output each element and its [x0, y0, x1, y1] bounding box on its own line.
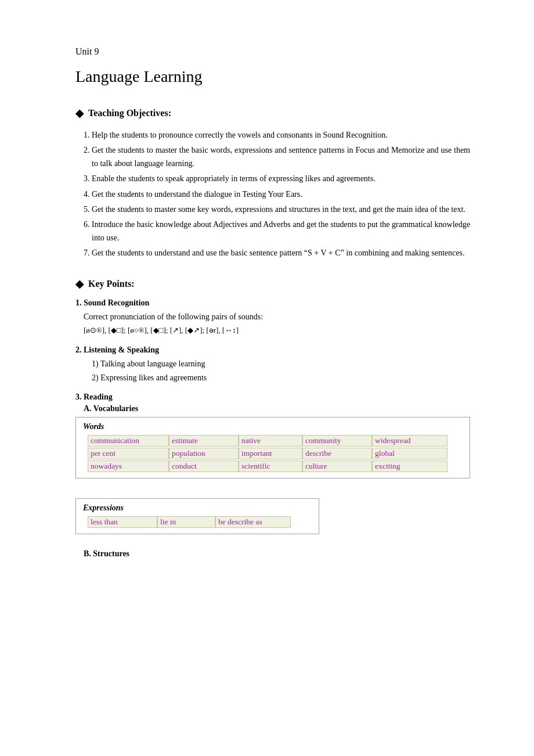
- diamond-icon: ◆: [75, 107, 84, 120]
- listening-speaking-list: 1) Talking about language learning 2) Ex…: [84, 357, 470, 385]
- listening-speaking-title: 2. Listening & Speaking: [75, 345, 470, 355]
- teaching-objectives-label: Teaching Objectives:: [88, 108, 171, 118]
- key-points-heading: ◆ Key Points:: [75, 278, 470, 290]
- list-item: 1) Talking about language learning: [92, 357, 470, 371]
- word-cell: population: [169, 448, 239, 459]
- word-cell: nowadays: [88, 460, 169, 472]
- expr-cell: less than: [88, 516, 157, 528]
- objectives-list: Help the students to pronounce correctly…: [75, 129, 470, 260]
- phonetics-line: [ø⊙®], [◆□]; [ø○®], [◆□]; [↗], [◆↗]; [ər…: [84, 323, 470, 337]
- reading-title: 3. Reading: [75, 393, 470, 402]
- list-item: Get the students to understand the dialo…: [92, 188, 470, 201]
- word-cell: conduct: [169, 460, 239, 472]
- unit-label: Unit 9: [75, 46, 470, 57]
- words-grid: communication estimate native community …: [83, 435, 463, 472]
- teaching-objectives-heading: ◆ Teaching Objectives:: [75, 107, 470, 120]
- list-item: Get the students to understand and use t…: [92, 247, 470, 260]
- list-item: Help the students to pronounce correctly…: [92, 129, 470, 142]
- word-cell: widespread: [372, 435, 448, 447]
- diamond-icon-2: ◆: [75, 278, 84, 290]
- word-cell: communication: [88, 435, 169, 447]
- expressions-grid: less than lie in be describe as: [83, 516, 312, 528]
- list-item: Get the students to master the basic wor…: [92, 144, 470, 170]
- sound-recognition-desc: Correct pronunciation of the following p…: [84, 310, 470, 324]
- word-cell: community: [302, 435, 372, 447]
- list-item: Introduce the basic knowledge about Adje…: [92, 218, 470, 244]
- word-cell: culture: [302, 460, 372, 472]
- expressions-table: Expressions less than lie in be describe…: [75, 498, 319, 534]
- word-cell: global: [372, 448, 448, 459]
- b-structures: B. Structures: [75, 549, 470, 559]
- word-cell: important: [239, 448, 302, 459]
- expr-cell: lie in: [157, 516, 215, 528]
- expr-cell: be describe as: [215, 516, 291, 528]
- word-cell: describe: [302, 448, 372, 459]
- vocabularies-sub: A. Vocabularies: [75, 404, 470, 413]
- word-cell: estimate: [169, 435, 239, 447]
- word-cell: native: [239, 435, 302, 447]
- page-title: Language Learning: [75, 67, 470, 86]
- key-points-label: Key Points:: [88, 279, 135, 289]
- word-cell: scientific: [239, 460, 302, 472]
- list-item: Enable the students to speak appropriate…: [92, 172, 470, 185]
- word-cell: exciting: [372, 460, 448, 472]
- expressions-header: Expressions: [83, 503, 312, 513]
- listening-speaking-content: 1) Talking about language learning 2) Ex…: [75, 357, 470, 385]
- sound-recognition-content: Correct pronunciation of the following p…: [75, 310, 470, 337]
- sound-recognition-title: 1. Sound Recognition: [75, 298, 470, 308]
- words-header: Words: [83, 422, 463, 431]
- words-table: Words communication estimate native comm…: [75, 417, 470, 478]
- list-item: 2) Expressing likes and agreements: [92, 371, 470, 385]
- word-cell: per cent: [88, 448, 169, 459]
- list-item: Get the students to master some key word…: [92, 203, 470, 216]
